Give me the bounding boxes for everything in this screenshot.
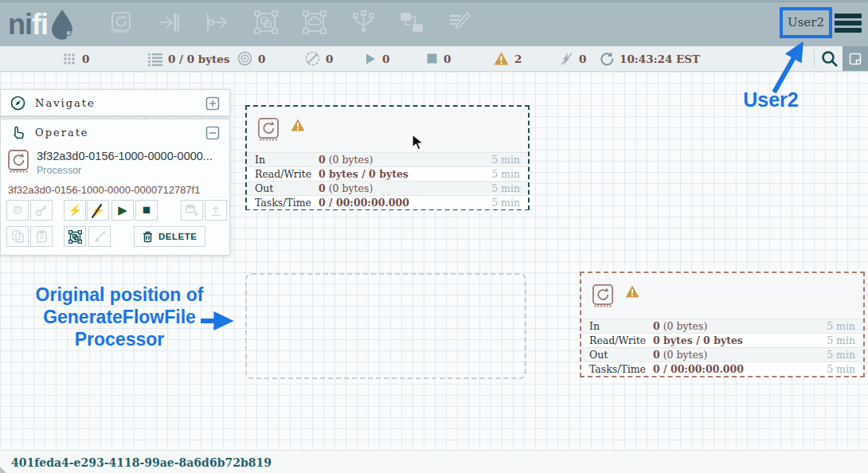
status-queued: 0 / 0 bytes: [147, 46, 230, 71]
stat-row-in: In 0 (0 bytes) 5 min: [581, 319, 863, 333]
processor-ghost-copy[interactable]: In 0 (0 bytes) 5 min Read/Write 0 bytes …: [580, 272, 865, 377]
input-port-icon[interactable]: [156, 9, 183, 36]
flow-id: 401feda4-e293-4118-99ae-8a6d6b72b819: [11, 451, 272, 473]
refresh-icon[interactable]: [600, 52, 614, 66]
paste-button[interactable]: [30, 226, 53, 247]
label-icon[interactable]: [446, 9, 473, 36]
save-template-button[interactable]: [181, 200, 203, 221]
operate-header[interactable]: Operate: [1, 119, 229, 146]
active-threads-count: 0: [82, 53, 89, 65]
stopped-count: 0: [444, 53, 451, 65]
search-button[interactable]: [820, 49, 839, 68]
upload-template-icon: [209, 205, 222, 217]
current-user-button[interactable]: User2: [781, 15, 831, 29]
stop-button[interactable]: ■: [135, 200, 158, 221]
stat-row-tasks: Tasks/Time 0 / 00:00:00.000 5 min: [581, 362, 863, 376]
color-button[interactable]: [88, 226, 111, 247]
collapse-icon[interactable]: [205, 126, 220, 140]
status-divider: [814, 49, 815, 68]
processor-generateflowfile[interactable]: In 0 (0 bytes) 5 min Read/Write 0 bytes …: [245, 105, 530, 210]
stat-value-bold: 0: [653, 349, 660, 361]
template-icon[interactable]: [398, 9, 425, 36]
not-transmitting-count: 0: [326, 53, 333, 65]
warning-icon: [291, 119, 305, 131]
disabled-count: 0: [579, 53, 586, 65]
bolt-icon: ⚡: [68, 205, 81, 216]
status-refresh: 10:43:24 EST: [600, 46, 700, 71]
navigate-title: Navigate: [35, 97, 196, 109]
nifi-droplet-icon: [48, 9, 76, 41]
stat-window: 5 min: [827, 320, 855, 332]
stat-label: Out: [255, 182, 319, 194]
stopped-icon: [426, 53, 438, 64]
navigate-header[interactable]: Navigate: [1, 90, 229, 116]
status-stopped: 0: [426, 46, 451, 71]
status-invalid: 2: [494, 46, 522, 71]
stat-label: Tasks/Time: [589, 363, 653, 375]
bulletin-button[interactable]: [843, 46, 868, 71]
funnel-icon[interactable]: [350, 9, 377, 36]
hand-pointer-icon: [10, 125, 25, 140]
output-port-icon[interactable]: [205, 9, 232, 36]
processor-stamp-icon: [6, 148, 32, 174]
selected-component-id: 3f32a3d0-0156-1000-0000-0000712787f1: [8, 184, 200, 196]
stat-label: In: [589, 320, 653, 332]
group-icon: [68, 230, 82, 244]
stat-label: Read/Write: [255, 168, 319, 180]
gear-icon: ⚙: [12, 203, 22, 217]
invalid-count: 2: [514, 53, 522, 65]
processor-stamp-icon: [591, 283, 616, 308]
access-policies-button[interactable]: [30, 200, 53, 221]
expand-icon[interactable]: [205, 96, 220, 111]
note-icon: [849, 53, 862, 65]
nifi-application-window: nifi: [0, 0, 868, 473]
processor-header: [581, 273, 863, 319]
stat-window: 5 min: [827, 349, 855, 361]
stat-value-bold: 0 / 00:00:00.000: [319, 197, 409, 209]
upload-template-button[interactable]: [205, 200, 227, 221]
nifi-logo: nifi: [8, 7, 76, 42]
process-group-icon[interactable]: [252, 9, 280, 36]
processor-stamp-icon: [256, 116, 281, 142]
copy-button[interactable]: [6, 226, 29, 247]
menu-bar: [835, 14, 862, 18]
enable-button[interactable]: ⚡: [64, 200, 86, 221]
stat-value: (0 bytes): [660, 320, 708, 332]
status-transmitting: 0: [237, 46, 265, 71]
stat-value-bold: 0: [319, 182, 326, 194]
menu-bar: [835, 28, 862, 33]
stat-row-tasks: Tasks/Time 0 / 00:00:00.000 5 min: [247, 195, 528, 209]
selected-component-name: 3f32a3d0-0156-1000-0000-0000...: [37, 150, 228, 162]
processor-icon[interactable]: [108, 9, 135, 36]
disable-button[interactable]: ⚡: [87, 200, 109, 221]
remote-process-group-icon[interactable]: [301, 9, 328, 36]
status-bar: 0 0 / 0 bytes 0 0 0 0: [0, 46, 868, 72]
stat-value: (0 bytes): [326, 154, 373, 166]
compass-icon: [10, 96, 25, 111]
stat-value-bold: 0 bytes / 0 bytes: [319, 168, 409, 180]
queued-list-icon: [147, 52, 162, 66]
stat-value-bold: 0 / 00:00:00.000: [653, 363, 744, 375]
stat-value-bold: 0 bytes / 0 bytes: [653, 334, 743, 346]
global-menu-button[interactable]: [835, 14, 862, 35]
configure-button[interactable]: ⚙: [6, 200, 29, 221]
stat-value: (0 bytes): [660, 349, 708, 361]
stop-icon: ■: [143, 202, 151, 218]
delete-button[interactable]: DELETE: [134, 226, 205, 247]
stat-value-bold: 0: [319, 154, 326, 166]
stat-label: Tasks/Time: [255, 197, 319, 209]
not-transmitting-icon: [305, 51, 320, 66]
stat-window: 5 min: [827, 363, 855, 375]
stat-label: In: [255, 154, 319, 166]
status-running: 0: [364, 46, 389, 71]
original-position-outline: [245, 273, 526, 379]
save-template-icon: [186, 205, 199, 217]
last-refresh-time: 10:43:24 EST: [620, 53, 700, 65]
group-button[interactable]: [64, 226, 86, 247]
stat-window: 5 min: [491, 154, 520, 166]
stat-row-out: Out 0 (0 bytes) 5 min: [581, 347, 863, 362]
transmitting-count: 0: [258, 53, 265, 65]
start-button[interactable]: ▶: [111, 200, 134, 221]
menu-bar: [835, 21, 862, 25]
status-not-transmitting: 0: [305, 46, 333, 71]
